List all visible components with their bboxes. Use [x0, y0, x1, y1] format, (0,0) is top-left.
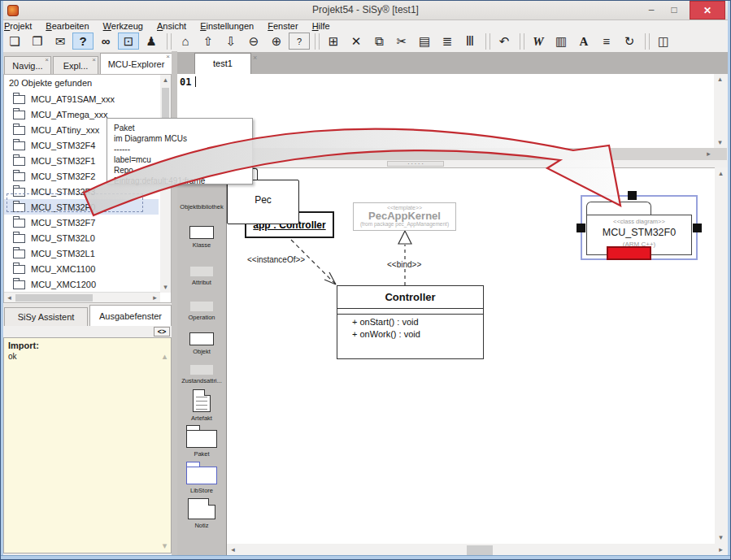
editor-vertical-scrollbar[interactable]: ▴ ▾ [714, 74, 727, 148]
mail-icon[interactable]: ✉ [50, 33, 71, 50]
tab-explorer[interactable]: Expl... × [53, 56, 98, 74]
expander-button[interactable]: <> [154, 327, 170, 336]
zoom-in-icon[interactable]: ⊕ [266, 33, 287, 50]
scroll-up-icon[interactable]: ▴ [160, 75, 171, 85]
title-bar[interactable]: Projekt54 - SiSy® [test1] – □ ✕ [1, 1, 730, 20]
tree-item-label: MCU_STM32F1 [31, 156, 95, 166]
library-item-artefakt[interactable]: Artefakt [177, 389, 226, 422]
menu-hilfe[interactable]: Hilfe [312, 21, 330, 31]
tree-item[interactable]: MCU_XMC1100 [4, 261, 159, 276]
paste-icon[interactable]: ▤ [414, 33, 435, 50]
navigate-up-icon[interactable]: ⇧ [198, 33, 219, 50]
scroll-thumb[interactable] [15, 294, 93, 302]
close-icon[interactable]: × [253, 54, 257, 62]
menu-fenster[interactable]: Fenster [268, 21, 298, 31]
zoom-out-icon[interactable]: ⊖ [243, 33, 264, 50]
tree-item[interactable]: MCU_STM32L0 [4, 230, 159, 245]
selection-handle-left[interactable] [577, 224, 585, 232]
scroll-down-icon[interactable]: ▾ [159, 540, 170, 551]
bullet-list-icon[interactable]: ≡ [596, 33, 617, 50]
horizontal-splitter[interactable]: · · · · · [177, 160, 728, 167]
paste-import-icon[interactable]: ⊞ [323, 33, 344, 50]
person-icon[interactable]: ♟ [141, 33, 162, 50]
canvas-vertical-scrollbar[interactable]: ▴ ▾ [715, 167, 728, 544]
navigate-down-icon[interactable]: ⇩ [220, 33, 241, 50]
selection-handle-right[interactable] [693, 224, 702, 232]
find-binoculars-icon[interactable]: ∞ [95, 33, 116, 50]
print-icon[interactable]: ▥ [550, 33, 572, 50]
scroll-down-icon[interactable]: ▾ [716, 532, 726, 543]
scroll-up-icon[interactable]: ▴ [715, 74, 725, 85]
maximize-button[interactable]: □ [664, 1, 685, 20]
library-item-klasse[interactable]: Klasse [177, 226, 226, 249]
table-icon[interactable]: Ⅲ [459, 33, 481, 50]
library-item-operation[interactable]: Operation [177, 302, 226, 321]
uml-template-box[interactable]: <<template>> PecAppKernel (from package … [353, 202, 456, 231]
close-icon[interactable]: × [166, 54, 170, 60]
open-folder-icon[interactable]: ❒ [27, 33, 48, 50]
tab-ausgabefenster[interactable]: Ausgabefenster [89, 305, 172, 326]
new-document-icon[interactable]: ❏ [4, 33, 25, 50]
book-icon[interactable]: ◫ [653, 33, 674, 50]
editor-horizontal-scrollbar[interactable]: ▸ [177, 148, 727, 160]
uml-class-box[interactable]: Controller + onStart() : void + onWork()… [337, 285, 484, 359]
scroll-left-icon[interactable]: ◂ [228, 545, 238, 555]
scroll-thumb[interactable] [467, 545, 493, 555]
code-editor[interactable]: 01 [177, 74, 714, 148]
cut-icon[interactable]: ✂ [391, 33, 412, 50]
close-icon[interactable]: × [45, 57, 49, 63]
folder-icon [13, 219, 25, 228]
font-icon[interactable]: A [573, 33, 594, 50]
library-item-libstore[interactable]: LibStore [177, 462, 226, 494]
menu-ansicht[interactable]: Ansicht [157, 21, 186, 31]
tree-item[interactable]: MCU_XMC1200 [4, 276, 159, 292]
word-export-icon[interactable]: W [528, 33, 549, 50]
diagram-canvas[interactable]: app : Controller <<template>> PecAppKern… [227, 167, 715, 544]
help-icon[interactable]: ? [72, 33, 94, 50]
minimize-button[interactable]: – [641, 1, 662, 20]
tooltip: Paket im Diagramm MCUs ------ label=mcu … [107, 118, 253, 184]
tab-test1[interactable]: test1 [194, 53, 251, 74]
tree-item[interactable]: MCU_STM32F7 [4, 215, 159, 230]
scroll-up-icon[interactable]: ▴ [716, 168, 726, 179]
scroll-right-icon[interactable]: ▸ [703, 149, 714, 159]
tree-item[interactable]: MCU_STM32L1 [4, 245, 159, 261]
tab-navigator[interactable]: Navig... × [4, 56, 51, 74]
scroll-down-icon[interactable]: ▾ [160, 282, 171, 293]
library-item-paket[interactable]: Paket [177, 425, 226, 458]
tree-item[interactable]: MCU_AT91SAM_xxx [4, 91, 159, 106]
menu-werkzeug[interactable]: Werkzeug [103, 21, 143, 31]
menu-projekt[interactable]: Projekt [4, 21, 32, 31]
delete-icon[interactable]: ✕ [346, 33, 367, 50]
line-number: 01 [180, 76, 191, 88]
tree-horizontal-scrollbar[interactable]: ◂ ▸ [4, 292, 160, 302]
document-help-icon[interactable]: ? [289, 33, 310, 50]
scroll-up-icon[interactable]: ▴ [159, 351, 170, 362]
scroll-left-icon[interactable]: ◂ [4, 293, 15, 303]
window-view-icon[interactable]: ⊡ [118, 33, 139, 50]
library-item-attribut[interactable]: Attribut [177, 267, 226, 286]
properties-list-icon[interactable]: ≣ [437, 33, 458, 50]
copy-icon[interactable]: ⧉ [368, 33, 389, 50]
scroll-down-icon[interactable]: ▾ [715, 137, 725, 148]
selection-handle-top[interactable] [628, 191, 637, 200]
refresh-document-icon[interactable]: ↻ [619, 33, 640, 50]
library-item-objekt[interactable]: Objekt [177, 332, 226, 355]
template-name: PecAppKernel [354, 211, 455, 221]
undo-icon[interactable]: ↶ [494, 33, 515, 50]
menu-bearbeiten[interactable]: Bearbeiten [46, 21, 89, 31]
scroll-right-icon[interactable]: ▸ [150, 293, 160, 303]
home-icon[interactable]: ⌂ [175, 33, 196, 50]
tree-item-selected[interactable]: MCU_STM32F0 [4, 199, 159, 215]
library-item-notiz[interactable]: Notiz [177, 498, 226, 529]
tab-sisy-assistent[interactable]: SiSy Assistent [4, 307, 88, 326]
close-icon[interactable]: × [92, 57, 96, 63]
tree-item-label: MCU_STM32L0 [31, 233, 95, 243]
close-button[interactable]: ✕ [690, 1, 725, 20]
menu-einstellungen[interactable]: Einstellungen [200, 21, 254, 31]
splitter-handle[interactable]: · · · · · [387, 161, 444, 167]
tab-mcu-explorer[interactable]: MCU-Explorer × [100, 53, 172, 74]
library-item-zustandsattribut[interactable]: Zustandsattri... [177, 365, 226, 384]
folder-icon [13, 234, 25, 243]
scroll-right-icon[interactable]: ▸ [716, 545, 726, 555]
